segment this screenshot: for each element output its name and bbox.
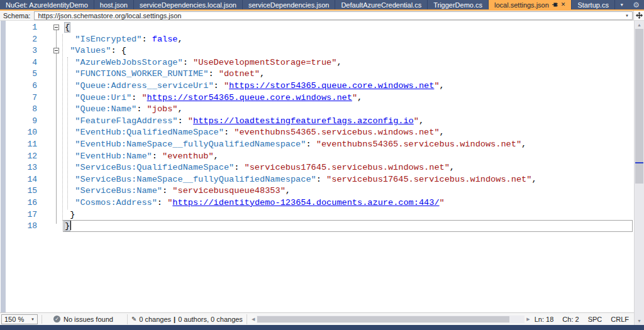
code-line: 18} bbox=[0, 221, 634, 233]
code-segment bbox=[65, 175, 75, 184]
zoom-control[interactable]: 150 % ▼ bbox=[1, 314, 38, 324]
collapse-icon[interactable] bbox=[53, 48, 59, 53]
code-text: "EventHub:NameSpace__fullyQualifiedNames… bbox=[65, 139, 526, 151]
code-segment: , bbox=[260, 69, 265, 79]
fold-margin bbox=[40, 45, 65, 57]
code-text: "Values": { bbox=[65, 45, 126, 57]
fold-margin bbox=[40, 197, 65, 209]
gear-icon[interactable]: ⚙ bbox=[633, 1, 640, 9]
code-line: 15 "ServiceBus:Name": "servicebusqueue48… bbox=[0, 185, 634, 197]
tab-local.settings.json[interactable]: local.settings.json✕ bbox=[489, 0, 572, 9]
pencil-icon: ✎ bbox=[131, 316, 136, 322]
column-indicator: Ch: 2 bbox=[562, 316, 579, 323]
check-circle-icon: ✓ bbox=[53, 316, 60, 322]
code-text: "Queue:Name": "jobs", bbox=[65, 104, 183, 116]
horizontal-scrollbar-thumb[interactable] bbox=[257, 316, 509, 322]
code-segment: "Cosmos:Address" bbox=[75, 198, 157, 207]
code-segment: " bbox=[414, 116, 419, 126]
code-text: "ServiceBus:NameSpace__fullyQualifiedNam… bbox=[65, 174, 537, 186]
tab-servicedependencies.json[interactable]: serviceDependencies.json bbox=[243, 0, 335, 9]
code-line: 8 "Queue:Name": "jobs", bbox=[0, 104, 634, 116]
code-segment: { bbox=[65, 23, 70, 32]
code-text: "EventHub:Name": "eventhub", bbox=[65, 151, 219, 163]
scroll-down-icon[interactable]: ▼ bbox=[635, 319, 644, 323]
pan-button[interactable] bbox=[633, 11, 644, 20]
code-segment: : bbox=[142, 35, 152, 44]
horizontal-scrollbar-track[interactable] bbox=[257, 316, 525, 323]
code-segment bbox=[65, 151, 75, 161]
changes-count: 0 changes bbox=[139, 316, 171, 323]
pin-icon[interactable] bbox=[552, 2, 558, 8]
fold-margin bbox=[40, 116, 65, 128]
url-link[interactable]: https://stor54365.queue.core.windows.net bbox=[147, 93, 352, 102]
code-segment bbox=[65, 116, 75, 126]
caret-position-marker bbox=[635, 162, 643, 163]
code-segment: : bbox=[131, 93, 142, 102]
url-link[interactable]: https://loadtestingfeatureflags.azconfig… bbox=[193, 116, 414, 126]
line-number: 1 bbox=[0, 22, 40, 34]
fold-margin bbox=[40, 80, 65, 92]
line-number: 4 bbox=[0, 57, 40, 69]
code-segment: " bbox=[352, 93, 357, 102]
url-link[interactable]: https://identitydemo-123654.documents.az… bbox=[172, 198, 439, 207]
code-segment: "EventHub:Name" bbox=[75, 151, 152, 161]
code-segment: "IsEncrypted" bbox=[75, 35, 142, 44]
close-icon[interactable]: ✕ bbox=[561, 2, 566, 8]
eol-indicator[interactable]: CRLF bbox=[611, 316, 629, 323]
code-segment: " bbox=[142, 93, 147, 102]
tabstrip-actions: ▼ ⚙ bbox=[619, 0, 644, 9]
code-text: "IsEncrypted": false, bbox=[65, 34, 183, 46]
code-segment: : bbox=[306, 140, 316, 149]
scroll-right-icon[interactable]: ▶ bbox=[525, 317, 531, 322]
line-number: 13 bbox=[0, 162, 40, 174]
fold-margin bbox=[40, 221, 65, 233]
code-segment: " bbox=[440, 198, 445, 207]
code-text: } bbox=[65, 209, 75, 221]
code-segment: "ServiceBus:QualifiedNameSpace" bbox=[75, 163, 234, 172]
code-segment bbox=[65, 69, 75, 79]
spaces-indicator[interactable]: SPC bbox=[588, 316, 602, 323]
scroll-left-icon[interactable]: ◀ bbox=[250, 317, 257, 322]
code-segment: , bbox=[450, 163, 455, 172]
line-number: 17 bbox=[0, 209, 40, 221]
tab-servicedependencies.local.json[interactable]: serviceDependencies.local.json bbox=[134, 0, 243, 9]
tab-triggerdemo.cs[interactable]: TriggerDemo.cs bbox=[428, 0, 489, 9]
fold-margin bbox=[40, 174, 65, 186]
horizontal-scrollbar[interactable]: ◀ ▶ bbox=[250, 316, 532, 323]
codelens-changes[interactable]: ✎ 0 changes | 0 authors, 0 changes bbox=[127, 314, 247, 324]
divider bbox=[42, 315, 42, 324]
authors-count: 0 authors, 0 changes bbox=[178, 316, 243, 323]
line-number: 12 bbox=[0, 151, 40, 163]
code-line: 9 "FeatureFlagAddress": "https://loadtes… bbox=[0, 116, 634, 128]
code-line: 7 "Queue:Uri": "https://stor54365.queue.… bbox=[0, 92, 634, 104]
collapse-icon[interactable] bbox=[53, 25, 59, 30]
code-segment bbox=[65, 128, 75, 137]
code-segment bbox=[65, 104, 75, 114]
code-editor[interactable]: 1{2 "IsEncrypted": false,3 "Values": {4 … bbox=[0, 21, 634, 312]
code-text: { bbox=[65, 22, 70, 34]
tab-nuget-azureidentitydemo[interactable]: NuGet: AzureIdentityDemo bbox=[0, 0, 94, 9]
document-health[interactable]: ✓ No issues found bbox=[53, 316, 113, 323]
scroll-up-icon[interactable]: ▲ bbox=[635, 23, 644, 27]
tab-defaultazurecredential.cs[interactable]: DefaultAzureCredential.cs bbox=[335, 0, 428, 9]
fold-margin bbox=[40, 92, 65, 104]
code-line: 6 "Queue:Address__serviceUri": "https://… bbox=[0, 80, 634, 92]
line-indicator: Ln: 18 bbox=[535, 316, 554, 323]
chevron-down-icon[interactable]: ▼ bbox=[625, 14, 629, 18]
code-text: "Queue:Uri": "https://stor54365.queue.co… bbox=[65, 92, 362, 104]
code-segment: "Values" bbox=[70, 46, 111, 55]
schema-combobox[interactable]: https://json.schemastore.org/local.setti… bbox=[34, 11, 633, 20]
chevron-down-icon[interactable]: ▼ bbox=[619, 3, 624, 7]
vertical-scrollbar-thumb[interactable] bbox=[635, 29, 643, 184]
tab-startup.cs[interactable]: Startup.cs bbox=[572, 0, 615, 9]
fold-margin bbox=[40, 34, 65, 46]
code-text: "EventHub:QualifiedNameSpace": "eventhub… bbox=[65, 127, 445, 139]
vertical-scrollbar[interactable]: ▲ ▼ bbox=[634, 21, 644, 325]
tab-host.json[interactable]: host.json bbox=[94, 0, 134, 9]
tab-bar: NuGet: AzureIdentityDemohost.jsonservice… bbox=[0, 0, 644, 11]
schema-url: https://json.schemastore.org/local.setti… bbox=[38, 12, 181, 19]
url-link[interactable]: https://stor54365.queue.core.windows.net bbox=[229, 81, 434, 91]
code-text: "Cosmos:Address": "https://identitydemo-… bbox=[65, 197, 445, 209]
code-line: 2 "IsEncrypted": false, bbox=[0, 34, 634, 46]
code-line: 11 "EventHub:NameSpace__fullyQualifiedNa… bbox=[0, 139, 634, 151]
